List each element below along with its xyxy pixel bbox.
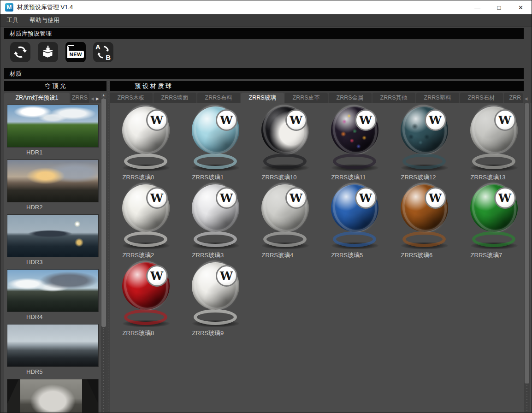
material-ball-preview[interactable]: W xyxy=(330,105,380,171)
refresh-button[interactable] xyxy=(10,42,30,62)
hdr-thumbnail[interactable] xyxy=(7,159,99,202)
material-item-7[interactable]: WZRRS玻璃3 xyxy=(180,183,250,260)
material-tab-5[interactable]: ZRRS金属 xyxy=(329,93,372,103)
material-item-label: ZRRS玻璃3 xyxy=(192,251,224,260)
material-ball-preview[interactable]: W xyxy=(121,105,171,171)
material-item-5[interactable]: WZRRS玻璃13 xyxy=(459,105,528,183)
menu-item-0[interactable]: 工具 xyxy=(6,16,18,24)
material-tab-0[interactable]: ZRRS木板 xyxy=(110,93,153,103)
hdr-list: HDR1HDR2HDR3HDR4HDR5 xyxy=(4,103,106,413)
material-tab-9[interactable]: ZRR xyxy=(504,93,523,103)
dome-tab-scroll-right-icon[interactable]: ▶ xyxy=(96,96,99,101)
ball-ring-icon xyxy=(467,103,521,159)
dome-tab-scroll-left-icon[interactable]: ◀ xyxy=(91,96,94,101)
material-item-10[interactable]: WZRRS玻璃6 xyxy=(389,183,459,260)
new-library-button[interactable]: NEW xyxy=(65,42,86,62)
material-ball-preview[interactable]: W xyxy=(121,260,171,327)
window-title: 材质预设库管理 V1.4 xyxy=(17,3,73,12)
import-package-button[interactable] xyxy=(38,42,58,62)
ball-brand-badge: W xyxy=(425,187,446,209)
material-item-0[interactable]: WZRRS玻璃0 xyxy=(111,105,180,183)
material-item-4[interactable]: WZRRS玻璃12 xyxy=(389,105,459,183)
material-tab-2[interactable]: ZRRS布料 xyxy=(197,93,240,103)
hdr-thumbnail[interactable] xyxy=(7,214,99,257)
material-ball-preview[interactable]: W xyxy=(190,105,241,171)
hdr-item-0[interactable]: HDR1 xyxy=(7,105,99,157)
ball-ring-icon xyxy=(327,103,382,159)
ball-base-ring-icon xyxy=(472,231,515,247)
ball-base-ring-icon xyxy=(124,309,167,325)
ball-ring-icon xyxy=(188,103,243,159)
material-item-label: ZRRS玻璃10 xyxy=(262,173,297,182)
dome-scrollbar-thumb[interactable] xyxy=(101,99,106,327)
hdr-label: HDR1 xyxy=(7,148,99,157)
dome-scrollbar[interactable]: ▲ xyxy=(101,93,106,413)
material-item-12[interactable]: WZRRS玻璃8 xyxy=(111,260,180,338)
ball-brand-badge: W xyxy=(285,109,307,131)
hdr-thumbnail[interactable] xyxy=(7,269,99,312)
menu-item-1[interactable]: 帮助与使用 xyxy=(30,16,59,24)
material-item-label: ZRRS玻璃8 xyxy=(123,329,154,337)
material-item-6[interactable]: WZRRS玻璃2 xyxy=(111,183,180,260)
material-ball-preview[interactable]: W xyxy=(190,183,241,249)
hdr-item-4[interactable]: HDR5 xyxy=(7,324,99,377)
material-scrollbar[interactable]: ▼ xyxy=(524,103,530,413)
material-item-11[interactable]: WZRRS玻璃7 xyxy=(459,183,528,260)
swap-ab-button[interactable]: A B xyxy=(93,42,113,62)
hdr-thumbnail[interactable] xyxy=(7,324,99,367)
ball-ring-icon xyxy=(327,178,382,237)
material-ball-preview[interactable]: W xyxy=(190,260,241,327)
material-scrollbar-thumb[interactable] xyxy=(525,103,529,384)
material-ball-preview[interactable]: W xyxy=(469,183,520,249)
material-tab-3[interactable]: ZRRS玻璃 xyxy=(241,93,284,103)
ball-brand-badge: W xyxy=(285,187,307,209)
material-tab-8[interactable]: ZRRS石材 xyxy=(460,93,503,103)
panel-splitter[interactable] xyxy=(106,81,110,413)
material-item-13[interactable]: WZRRS玻璃9 xyxy=(180,260,250,338)
material-tab-7[interactable]: ZRRS塑料 xyxy=(416,93,459,103)
ball-ring-icon xyxy=(118,256,173,315)
hdr-thumbnail[interactable] xyxy=(7,105,99,148)
dome-panel-title: 穹 顶 光 xyxy=(4,81,106,91)
hdr-item-2[interactable]: HDR3 xyxy=(7,214,99,267)
material-tab-6[interactable]: ZRRS其他 xyxy=(372,93,415,103)
material-ball-preview[interactable]: W xyxy=(399,183,450,249)
material-item-9[interactable]: WZRRS玻璃5 xyxy=(319,183,389,260)
ball-ring-icon xyxy=(258,178,313,237)
material-item-8[interactable]: WZRRS玻璃4 xyxy=(250,183,319,260)
material-item-1[interactable]: WZRRS玻璃1 xyxy=(180,105,250,183)
material-ball-preview[interactable]: W xyxy=(330,183,380,249)
material-item-3[interactable]: WZRRS玻璃11 xyxy=(319,105,389,183)
material-item-label: ZRRS玻璃11 xyxy=(331,173,366,182)
hdr-label: HDR3 xyxy=(7,257,99,267)
ball-ring-icon xyxy=(118,103,173,159)
hdr-item-3[interactable]: HDR4 xyxy=(7,269,99,322)
material-grid: WZRRS玻璃0WZRRS玻璃1WZRRS玻璃10WZRRS玻璃11WZRRS玻… xyxy=(110,103,532,413)
material-ball-preview[interactable]: W xyxy=(260,105,311,171)
hdr-item-1[interactable]: HDR2 xyxy=(7,159,99,212)
dome-tab-0[interactable]: ZRArn灯光预设1 xyxy=(4,93,70,103)
maximize-button[interactable]: □ xyxy=(488,0,510,14)
material-ball-preview[interactable]: W xyxy=(260,183,311,249)
ball-brand-badge: W xyxy=(355,109,377,131)
material-tab-4[interactable]: ZRRS皮革 xyxy=(285,93,328,103)
dome-tab-1[interactable]: ZRRS xyxy=(71,93,89,103)
ball-base-ring-icon xyxy=(194,153,237,169)
material-tab-1[interactable]: ZRRS墙面 xyxy=(154,93,196,103)
ball-brand-badge: W xyxy=(146,109,168,131)
material-ball-preview[interactable]: W xyxy=(399,105,450,171)
scroll-up-icon[interactable]: ▲ xyxy=(101,93,106,98)
material-tab-scroll-left-icon[interactable]: ◀ xyxy=(525,96,528,101)
ball-base-ring-icon xyxy=(263,153,307,169)
close-button[interactable]: ✕ xyxy=(510,0,532,14)
hdr-item-5[interactable] xyxy=(7,379,99,413)
material-ball-preview[interactable]: W xyxy=(121,183,171,249)
minimize-button[interactable]: — xyxy=(467,0,488,14)
ball-brand-badge: W xyxy=(216,265,237,287)
material-item-label: ZRRS玻璃1 xyxy=(192,173,224,182)
new-folder-icon: NEW xyxy=(67,45,84,59)
hdr-thumbnail[interactable] xyxy=(7,379,99,413)
ball-brand-badge: W xyxy=(216,187,237,209)
material-item-2[interactable]: WZRRS玻璃10 xyxy=(250,105,319,183)
material-ball-preview[interactable]: W xyxy=(469,105,520,171)
